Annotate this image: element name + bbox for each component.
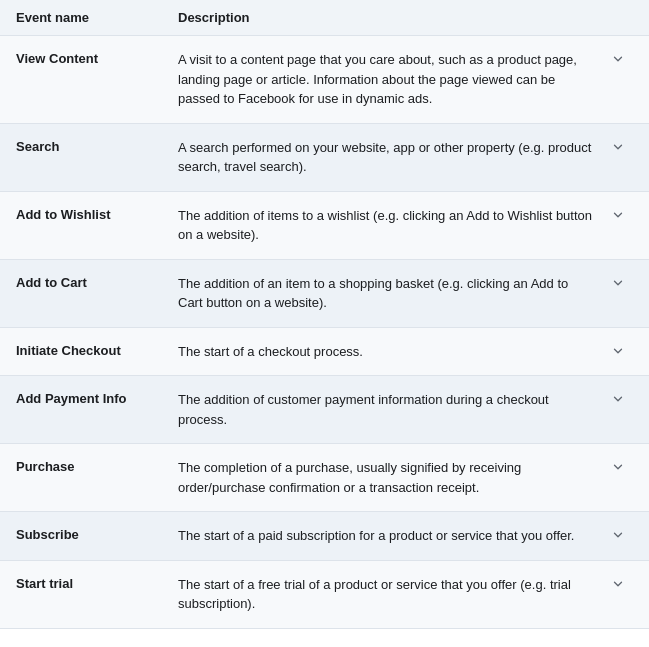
- event-name-cell: Subscribe: [16, 526, 178, 542]
- table-row: Add Payment InfoThe addition of customer…: [0, 376, 649, 444]
- event-name-cell: Initiate Checkout: [16, 342, 178, 358]
- description-column-header: Description: [178, 10, 603, 25]
- description-cell: The start of a checkout process.: [178, 342, 603, 362]
- event-name-cell: Purchase: [16, 458, 178, 474]
- chevron-down-icon: [611, 140, 625, 154]
- table-row: Initiate CheckoutThe start of a checkout…: [0, 328, 649, 377]
- table-row: View ContentA visit to a content page th…: [0, 36, 649, 124]
- description-cell: The addition of customer payment informa…: [178, 390, 603, 429]
- expand-row-button[interactable]: [603, 50, 633, 66]
- event-name-cell: Add Payment Info: [16, 390, 178, 406]
- table-row: SubscribeThe start of a paid subscriptio…: [0, 512, 649, 561]
- chevron-down-icon: [611, 528, 625, 542]
- events-table: Event name Description View ContentA vis…: [0, 0, 649, 629]
- chevron-down-icon: [611, 344, 625, 358]
- expand-row-button[interactable]: [603, 575, 633, 591]
- chevron-down-icon: [611, 208, 625, 222]
- chevron-down-icon: [611, 276, 625, 290]
- description-cell: The start of a paid subscription for a p…: [178, 526, 603, 546]
- expand-row-button[interactable]: [603, 458, 633, 474]
- table-body: View ContentA visit to a content page th…: [0, 36, 649, 629]
- description-cell: The addition of items to a wishlist (e.g…: [178, 206, 603, 245]
- chevron-down-icon: [611, 52, 625, 66]
- expand-row-button[interactable]: [603, 138, 633, 154]
- description-cell: The completion of a purchase, usually si…: [178, 458, 603, 497]
- table-row: Add to CartThe addition of an item to a …: [0, 260, 649, 328]
- table-row: Add to WishlistThe addition of items to …: [0, 192, 649, 260]
- event-name-cell: Start trial: [16, 575, 178, 591]
- table-row: PurchaseThe completion of a purchase, us…: [0, 444, 649, 512]
- description-cell: A search performed on your website, app …: [178, 138, 603, 177]
- chevron-down-icon: [611, 392, 625, 406]
- expand-row-button[interactable]: [603, 274, 633, 290]
- expand-row-button[interactable]: [603, 390, 633, 406]
- event-name-cell: Search: [16, 138, 178, 154]
- table-row: SearchA search performed on your website…: [0, 124, 649, 192]
- description-cell: The addition of an item to a shopping ba…: [178, 274, 603, 313]
- event-name-cell: View Content: [16, 50, 178, 66]
- event-name-column-header: Event name: [16, 10, 178, 25]
- event-name-cell: Add to Wishlist: [16, 206, 178, 222]
- chevron-down-icon: [611, 577, 625, 591]
- description-cell: A visit to a content page that you care …: [178, 50, 603, 109]
- expand-row-button[interactable]: [603, 206, 633, 222]
- chevron-down-icon: [611, 460, 625, 474]
- table-header: Event name Description: [0, 0, 649, 36]
- event-name-cell: Add to Cart: [16, 274, 178, 290]
- expand-row-button[interactable]: [603, 526, 633, 542]
- description-cell: The start of a free trial of a product o…: [178, 575, 603, 614]
- expand-row-button[interactable]: [603, 342, 633, 358]
- table-row: Start trialThe start of a free trial of …: [0, 561, 649, 629]
